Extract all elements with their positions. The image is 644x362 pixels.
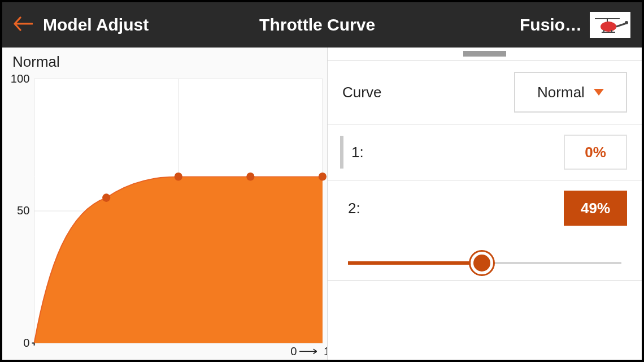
slider-thumb[interactable] — [471, 252, 493, 274]
chart-title: Normal — [12, 53, 327, 71]
curve-selector-row: Curve Normal — [328, 61, 642, 124]
svg-point-3 — [625, 21, 628, 24]
header: Model Adjust Throttle Curve Fusio… — [2, 2, 642, 48]
point-value-box[interactable]: 0% — [564, 135, 627, 170]
svg-point-17 — [319, 173, 327, 181]
point-row-2[interactable]: 2: 49% — [328, 180, 642, 236]
point-indicator-bar — [340, 136, 343, 169]
svg-text:0: 0 — [290, 344, 297, 357]
svg-text:50: 50 — [17, 204, 30, 217]
svg-text:100: 100 — [11, 74, 30, 85]
back-arrow-icon[interactable] — [14, 16, 33, 34]
drag-handle[interactable] — [328, 48, 642, 60]
settings-panel: Curve Normal 1: 0% 2: 49% — [327, 48, 642, 360]
point-value-box-active[interactable]: 49% — [564, 191, 627, 226]
svg-point-2 — [601, 21, 616, 32]
point-row-1[interactable]: 1: 0% — [328, 124, 642, 180]
point-label: 1: — [351, 144, 364, 161]
chart-panel: Normal 05010001 — [2, 48, 327, 360]
svg-point-14 — [102, 193, 110, 202]
model-image[interactable] — [590, 12, 630, 38]
point-label: 2: — [348, 200, 360, 217]
svg-text:0: 0 — [23, 335, 29, 348]
chevron-down-icon — [594, 89, 604, 96]
point-slider[interactable] — [348, 252, 621, 274]
svg-text:1: 1 — [324, 344, 327, 357]
svg-point-15 — [175, 173, 182, 181]
page-title: Throttle Curve — [115, 15, 520, 35]
curve-label: Curve — [342, 84, 381, 101]
curve-dropdown-value: Normal — [537, 84, 585, 101]
model-name[interactable]: Fusio… — [520, 15, 582, 35]
curve-dropdown[interactable]: Normal — [514, 72, 627, 113]
throttle-curve-chart: 05010001 — [7, 74, 327, 360]
point-slider-row — [328, 236, 642, 280]
svg-point-16 — [246, 173, 254, 181]
